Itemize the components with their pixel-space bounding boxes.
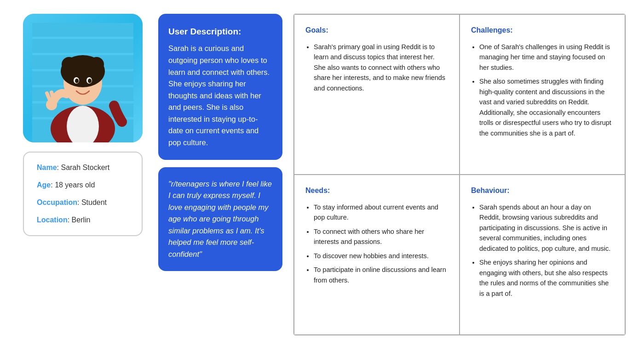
name-value: Sarah Stockert bbox=[61, 164, 109, 171]
svg-rect-1 bbox=[32, 23, 133, 37]
goals-cell: Goals: Sarah's primary goal in using Red… bbox=[294, 14, 460, 175]
list-item: She enjoys sharing her opinions and enga… bbox=[479, 257, 614, 299]
svg-line-20 bbox=[47, 93, 50, 100]
needs-list: To stay informed about current events an… bbox=[305, 202, 448, 285]
location-row: Location: Berlin bbox=[37, 216, 129, 224]
needs-cell: Needs: To stay informed about current ev… bbox=[294, 175, 460, 335]
left-column: Name: Sarah Stockert Age: 18 years old O… bbox=[18, 14, 147, 236]
middle-column: User Description: Sarah is a curious and… bbox=[158, 14, 282, 271]
main-container: Name: Sarah Stockert Age: 18 years old O… bbox=[0, 0, 644, 362]
list-item: She also sometimes struggles with findin… bbox=[479, 76, 614, 138]
occupation-row: Occupation: Student bbox=[37, 198, 129, 207]
location-label: Location bbox=[37, 216, 68, 224]
list-item: To connect with others who share her int… bbox=[314, 226, 448, 247]
list-item: To stay informed about current events an… bbox=[314, 202, 448, 223]
svg-line-21 bbox=[52, 92, 53, 99]
name-row: Name: Sarah Stockert bbox=[37, 164, 129, 172]
list-item: Sarah spends about an hour a day on Redd… bbox=[479, 202, 614, 254]
svg-point-14 bbox=[61, 55, 105, 87]
description-body: Sarah is a curious and outgoing person w… bbox=[168, 43, 272, 148]
quote-body: "r/teenagers is where I feel like I can … bbox=[168, 178, 272, 260]
list-item: Sarah's primary goal in using Reddit is … bbox=[314, 42, 448, 93]
challenges-cell: Challenges: One of Sarah's challenges in… bbox=[460, 14, 625, 175]
avatar bbox=[23, 14, 143, 142]
location-value: Berlin bbox=[72, 216, 91, 224]
occupation-label: Occupation bbox=[37, 198, 77, 206]
svg-rect-2 bbox=[32, 39, 133, 53]
age-label: Age bbox=[37, 181, 51, 189]
description-card: User Description: Sarah is a curious and… bbox=[158, 14, 282, 160]
occupation-value: Student bbox=[81, 198, 107, 206]
challenges-title: Challenges: bbox=[471, 25, 614, 36]
goals-title: Goals: bbox=[305, 25, 448, 36]
info-card: Name: Sarah Stockert Age: 18 years old O… bbox=[23, 152, 143, 236]
age-row: Age: 18 years old bbox=[37, 181, 129, 189]
name-label: Name bbox=[37, 164, 57, 171]
right-grid: Goals: Sarah's primary goal in using Red… bbox=[293, 14, 626, 335]
svg-point-18 bbox=[88, 79, 92, 83]
age-value: 18 years old bbox=[55, 181, 95, 189]
svg-point-17 bbox=[75, 79, 79, 83]
behaviour-title: Behaviour: bbox=[471, 185, 614, 197]
challenges-list: One of Sarah's challenges in using Reddi… bbox=[471, 42, 614, 138]
list-item: To discover new hobbies and interests. bbox=[314, 251, 448, 261]
behaviour-list: Sarah spends about an hour a day on Redd… bbox=[471, 202, 614, 299]
description-title: User Description: bbox=[168, 25, 272, 38]
needs-title: Needs: bbox=[305, 185, 448, 197]
quote-card: "r/teenagers is where I feel like I can … bbox=[158, 167, 282, 272]
behaviour-cell: Behaviour: Sarah spends about an hour a … bbox=[460, 175, 625, 335]
list-item: One of Sarah's challenges in using Reddi… bbox=[479, 42, 614, 73]
goals-list: Sarah's primary goal in using Reddit is … bbox=[305, 42, 448, 93]
list-item: To participate in online discussions and… bbox=[314, 265, 448, 285]
svg-point-19 bbox=[46, 99, 57, 110]
